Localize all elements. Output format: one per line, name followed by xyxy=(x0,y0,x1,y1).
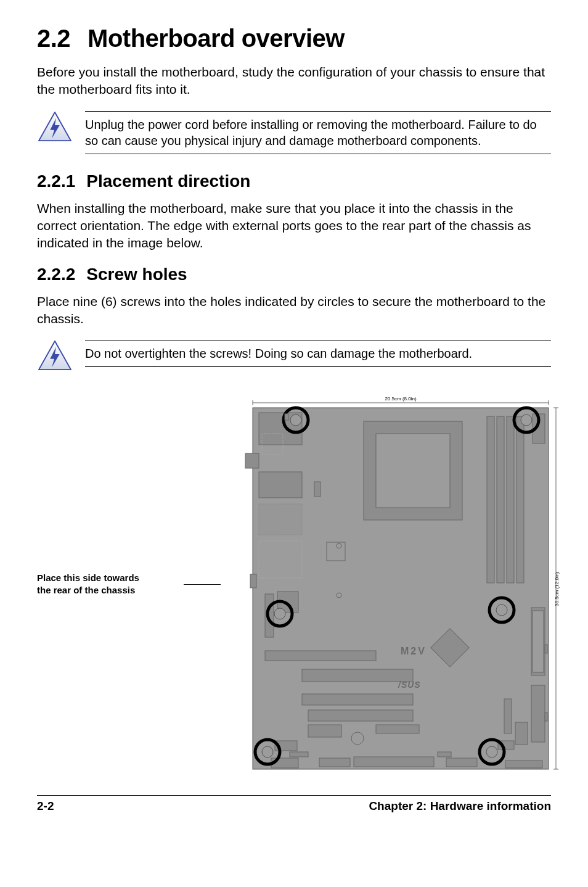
svg-rect-50 xyxy=(545,712,547,721)
motherboard-figure: Place this side towards the rear of the … xyxy=(37,392,551,777)
warning-callout-2: Do not overtighten the screws! Doing so … xyxy=(37,340,551,374)
main-heading-number: 2.2 xyxy=(37,25,70,52)
svg-rect-41 xyxy=(319,758,350,767)
svg-rect-43 xyxy=(446,758,477,767)
section-1-body: When installing the motherboard, make su… xyxy=(37,200,551,252)
footer-page-number: 2-2 xyxy=(37,799,54,813)
section-1-number: 2.2.1 xyxy=(37,171,75,191)
svg-rect-19 xyxy=(376,434,450,508)
section-1-heading: 2.2.1Placement direction xyxy=(37,171,551,191)
svg-rect-47 xyxy=(533,611,544,672)
motherboard-diagram: 20.5cm (8.0in) 30.5cm (12.0in) xyxy=(216,392,561,777)
footer-chapter-title: Chapter 2: Hardware information xyxy=(369,799,551,813)
section-2-body: Place nine (6) screws into the holes ind… xyxy=(37,293,551,328)
svg-rect-26 xyxy=(517,416,524,583)
svg-rect-33 xyxy=(308,710,413,721)
section-2-heading: 2.2.2Screw holes xyxy=(37,265,551,284)
svg-rect-34 xyxy=(308,725,341,737)
svg-rect-44 xyxy=(505,761,542,768)
svg-point-63 xyxy=(496,604,507,616)
page-container: 2.2Motherboard overview Before you insta… xyxy=(0,0,588,831)
figure-caption-line2: the rear of the chassis xyxy=(37,585,135,595)
board-model-label: M2V xyxy=(401,646,427,656)
svg-rect-12 xyxy=(259,472,302,498)
caution-icon xyxy=(37,111,85,146)
svg-rect-25 xyxy=(507,416,514,583)
section-2-title: Screw holes xyxy=(86,265,187,284)
page-footer: 2-2 Chapter 2: Hardware information xyxy=(37,795,551,813)
svg-rect-45 xyxy=(438,752,451,757)
svg-rect-11 xyxy=(245,453,259,468)
main-heading-text: Motherboard overview xyxy=(88,25,345,52)
svg-rect-16 xyxy=(250,574,256,588)
svg-rect-66 xyxy=(285,414,288,420)
svg-rect-42 xyxy=(354,757,434,767)
svg-point-64 xyxy=(262,746,273,757)
section-2-number: 2.2.2 xyxy=(37,265,75,284)
svg-point-62 xyxy=(274,608,285,619)
svg-rect-17 xyxy=(314,482,321,497)
dim-right-label: 30.5cm (12.0in) xyxy=(554,572,560,606)
svg-rect-14 xyxy=(259,504,302,535)
svg-rect-52 xyxy=(515,722,528,745)
caption-leader-line xyxy=(184,584,221,585)
svg-rect-49 xyxy=(531,685,545,742)
svg-rect-35 xyxy=(376,725,419,733)
warning-text-1: Unplug the power cord before installing … xyxy=(85,111,551,154)
warning-callout-1: Unplug the power cord before installing … xyxy=(37,111,551,154)
svg-rect-30 xyxy=(265,651,376,661)
dim-top-label: 20.5cm (8.0in) xyxy=(385,396,416,402)
svg-point-65 xyxy=(486,746,497,757)
figure-caption: Place this side towards the rear of the … xyxy=(37,572,216,597)
caution-icon xyxy=(37,340,85,374)
svg-rect-40 xyxy=(290,752,308,757)
svg-rect-23 xyxy=(487,416,494,583)
svg-point-61 xyxy=(521,415,532,426)
board-brand-label: /SUS xyxy=(398,680,421,690)
figure-caption-line1: Place this side towards xyxy=(37,572,139,583)
svg-point-60 xyxy=(290,415,301,426)
svg-rect-51 xyxy=(504,699,512,733)
svg-rect-32 xyxy=(302,694,413,705)
intro-paragraph: Before you install the motherboard, stud… xyxy=(37,64,551,99)
svg-rect-31 xyxy=(302,669,413,682)
warning-text-2: Do not overtighten the screws! Doing so … xyxy=(85,340,551,367)
main-heading: 2.2Motherboard overview xyxy=(37,25,551,52)
section-1-title: Placement direction xyxy=(86,171,250,191)
svg-rect-48 xyxy=(545,645,547,653)
svg-rect-24 xyxy=(497,416,504,583)
